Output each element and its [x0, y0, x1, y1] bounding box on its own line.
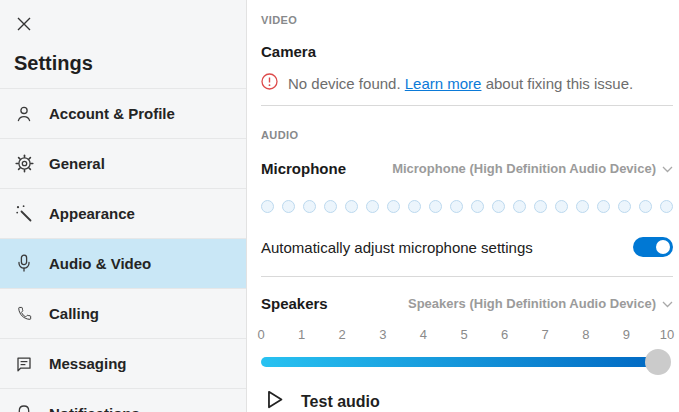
mic-level-dot	[534, 200, 547, 213]
video-section-header: VIDEO	[261, 14, 673, 26]
volume-tick-label: 8	[582, 327, 589, 342]
wand-icon	[14, 204, 34, 224]
audio-section-header: AUDIO	[261, 129, 673, 141]
mic-level-dot	[324, 200, 337, 213]
auto-adjust-label: Automatically adjust microphone settings	[261, 239, 533, 256]
sidebar-item-label: Appearance	[49, 205, 135, 222]
speakers-row: Speakers Speakers (High Definition Audio…	[261, 293, 673, 313]
mic-level-dot	[345, 200, 358, 213]
warning-icon	[261, 73, 278, 94]
learn-more-link[interactable]: Learn more	[405, 75, 482, 92]
mic-level-dot	[555, 200, 568, 213]
camera-label: Camera	[261, 43, 673, 60]
mic-level-dot	[618, 200, 631, 213]
speakers-device-value: Speakers (High Definition Audio Device)	[408, 296, 656, 311]
mic-level-dot	[576, 200, 589, 213]
sidebar-item-label: Notifications	[49, 405, 140, 412]
mic-level-dot	[366, 200, 379, 213]
mic-level-dot	[408, 200, 421, 213]
mic-level-dot	[450, 200, 463, 213]
volume-tick-label: 4	[420, 327, 427, 342]
section-divider	[261, 276, 673, 277]
gear-icon	[14, 154, 34, 174]
volume-tick-label: 7	[542, 327, 549, 342]
mic-level-dot	[492, 200, 505, 213]
auto-adjust-toggle[interactable]	[633, 237, 673, 257]
sidebar-nav: Account & ProfileGeneralAppearanceAudio …	[0, 88, 246, 412]
mic-level-dot	[303, 200, 316, 213]
sidebar-item-notifications[interactable]: Notifications	[0, 388, 246, 412]
test-audio-label: Test audio	[301, 393, 380, 411]
volume-tick-label: 1	[298, 327, 305, 342]
phone-icon	[14, 304, 34, 324]
volume-tick-label: 0	[257, 327, 264, 342]
sidebar-item-label: Calling	[49, 305, 99, 322]
microphone-device-select[interactable]: Microphone (High Definition Audio Device…	[392, 159, 673, 177]
mic-level-dot	[429, 200, 442, 213]
volume-track[interactable]	[261, 357, 667, 367]
audio-video-panel: VIDEO Camera No device found. Learn more…	[247, 0, 679, 412]
mic-level-dot	[597, 200, 610, 213]
mic-level-dot	[513, 200, 526, 213]
message-icon	[14, 354, 34, 374]
microphone-device-value: Microphone (High Definition Audio Device…	[392, 161, 656, 176]
mic-level-meter	[261, 200, 673, 213]
chevron-down-icon	[656, 294, 673, 312]
sidebar-item-audio-video[interactable]: Audio & Video	[0, 238, 246, 288]
sidebar-item-appearance[interactable]: Appearance	[0, 188, 246, 238]
mic-level-dot	[261, 200, 274, 213]
volume-tick-label: 9	[623, 327, 630, 342]
mic-level-dot	[639, 200, 652, 213]
mic-level-dot	[660, 200, 673, 213]
close-button[interactable]	[13, 13, 35, 35]
sidebar-item-label: General	[49, 155, 105, 172]
volume-tick-label: 6	[501, 327, 508, 342]
section-divider	[261, 105, 673, 106]
volume-tick-label: 10	[660, 327, 674, 342]
mic-level-dot	[471, 200, 484, 213]
volume-tick-label: 3	[379, 327, 386, 342]
volume-tick-labels: 012345678910	[261, 327, 667, 343]
page-title: Settings	[14, 52, 246, 75]
sidebar-item-account-profile[interactable]: Account & Profile	[0, 88, 246, 138]
sidebar-item-messaging[interactable]: Messaging	[0, 338, 246, 388]
play-icon	[267, 390, 284, 412]
volume-tick-label: 2	[339, 327, 346, 342]
volume-tick-label: 5	[460, 327, 467, 342]
sidebar-item-label: Messaging	[49, 355, 127, 372]
speakers-device-select[interactable]: Speakers (High Definition Audio Device)	[408, 294, 673, 312]
chevron-down-icon	[656, 159, 673, 177]
mic-level-dot	[282, 200, 295, 213]
volume-slider: 012345678910	[261, 327, 667, 375]
speakers-label: Speakers	[261, 295, 328, 312]
no-device-message: No device found. Learn more about fixing…	[288, 75, 633, 92]
settings-sidebar: Settings Account & ProfileGeneralAppeara…	[0, 0, 247, 412]
volume-thumb[interactable]	[645, 349, 671, 375]
microphone-label: Microphone	[261, 160, 346, 177]
bell-icon	[14, 404, 34, 412]
close-icon	[16, 16, 32, 32]
camera-warning-row: No device found. Learn more about fixing…	[261, 73, 673, 93]
sidebar-item-label: Account & Profile	[49, 105, 175, 122]
sidebar-item-calling[interactable]: Calling	[0, 288, 246, 338]
sidebar-item-label: Audio & Video	[49, 255, 151, 272]
toggle-knob	[656, 240, 670, 254]
test-audio-button[interactable]: Test audio	[261, 390, 673, 412]
mic-level-dot	[387, 200, 400, 213]
microphone-icon	[14, 254, 34, 274]
sidebar-item-general[interactable]: General	[0, 138, 246, 188]
microphone-row: Microphone Microphone (High Definition A…	[261, 158, 673, 178]
auto-adjust-row: Automatically adjust microphone settings	[261, 237, 673, 257]
person-icon	[14, 104, 34, 124]
settings-window: Settings Account & ProfileGeneralAppeara…	[0, 0, 679, 412]
